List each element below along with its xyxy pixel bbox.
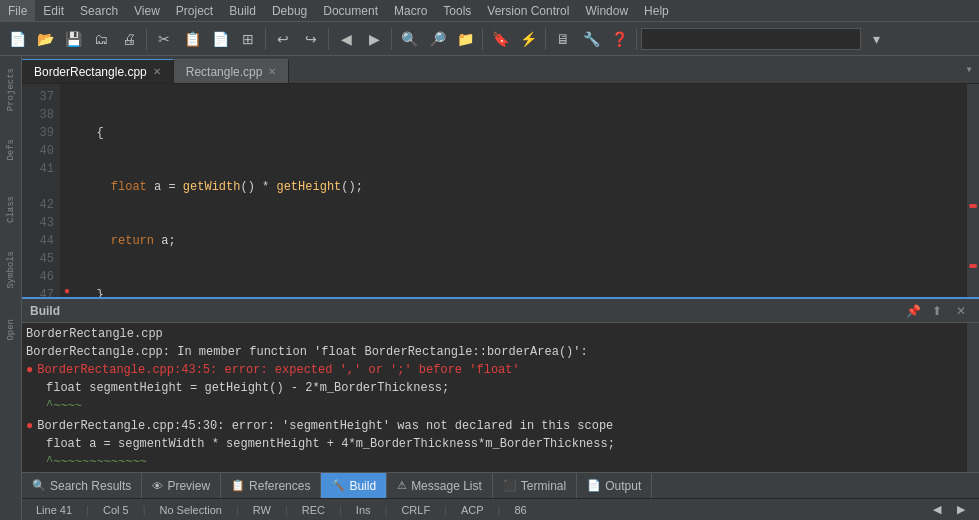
build-actions: 📌 ⬆ ✕ xyxy=(903,301,971,321)
monitor-button[interactable]: 🖥 xyxy=(550,26,576,52)
bottom-tab-references[interactable]: 📋 References xyxy=(221,473,321,499)
error-icon-2: ● xyxy=(26,417,33,435)
error-scroll-marker-2 xyxy=(969,264,977,268)
menu-project[interactable]: Project xyxy=(168,0,221,21)
sidebar-item-defs[interactable]: Defs xyxy=(0,120,22,180)
open-button[interactable]: 📂 xyxy=(32,26,58,52)
sidebar-item-projects[interactable]: Projects xyxy=(0,60,22,120)
build-icon: 🔨 xyxy=(331,479,345,492)
bottom-tab-search-results[interactable]: 🔍 Search Results xyxy=(22,473,142,499)
references-icon: 📋 xyxy=(231,479,245,492)
symbols-label: Symbols xyxy=(6,251,16,289)
menu-version-control[interactable]: Version Control xyxy=(479,0,577,21)
bookmarks-button[interactable]: 🔖 xyxy=(487,26,513,52)
save-button[interactable]: 💾 xyxy=(60,26,86,52)
tab-rectangle-label: Rectangle.cpp xyxy=(186,65,263,79)
build-error-line-2: ● BorderRectangle.cpp:45:30: error: 'seg… xyxy=(26,417,963,435)
menu-view[interactable]: View xyxy=(126,0,168,21)
back-button[interactable]: ◀ xyxy=(333,26,359,52)
tab-border-rectangle[interactable]: BorderRectangle.cpp ✕ xyxy=(22,59,174,83)
toolbar-separator-1 xyxy=(146,28,147,50)
build-panel: Build 📌 ⬆ ✕ BorderRectangle.cpp BorderRe… xyxy=(22,297,979,472)
bottom-tab-build[interactable]: 🔨 Build xyxy=(321,473,387,499)
toolbar-separator-6 xyxy=(545,28,546,50)
build-line-2: BorderRectangle.cpp: In member function … xyxy=(26,343,963,361)
tab-bar: BorderRectangle.cpp ✕ Rectangle.cpp ✕ ▾ xyxy=(22,56,979,84)
terminal-icon: ⬛ xyxy=(503,479,517,492)
undo-button[interactable]: ↩ xyxy=(270,26,296,52)
menu-help[interactable]: Help xyxy=(636,0,677,21)
clone-button[interactable]: ⊞ xyxy=(235,26,261,52)
bottom-tab-preview[interactable]: 👁 Preview xyxy=(142,473,221,499)
menu-tools[interactable]: Tools xyxy=(435,0,479,21)
build-scrollbar[interactable] xyxy=(967,323,979,472)
build-caret-2: ^~~~~~~~~~~~~~ xyxy=(26,453,963,471)
code-editor[interactable]: 37 38 39 40 41 42 43 44 45 46 47 48 49 5… xyxy=(22,84,979,297)
new-file-button[interactable]: 📄 xyxy=(4,26,30,52)
menu-bar: File Edit Search View Project Build Debu… xyxy=(0,0,979,22)
redo-button[interactable]: ↪ xyxy=(298,26,324,52)
toolbar-separator-7 xyxy=(636,28,637,50)
bottom-tab-terminal[interactable]: ⬛ Terminal xyxy=(493,473,577,499)
status-selection: No Selection xyxy=(154,499,228,520)
status-col: Col 5 xyxy=(97,499,135,520)
status-action-1[interactable]: ◀ xyxy=(927,503,947,516)
editor-area: BorderRectangle.cpp ✕ Rectangle.cpp ✕ ▾ … xyxy=(22,56,979,520)
menu-window[interactable]: Window xyxy=(577,0,636,21)
tab-rectangle-close[interactable]: ✕ xyxy=(268,66,276,77)
build-float-button[interactable]: ⬆ xyxy=(927,301,947,321)
toolbar-separator-3 xyxy=(328,28,329,50)
menu-search[interactable]: Search xyxy=(72,0,126,21)
build-error-text-2: BorderRectangle.cpp:45:30: error: 'segme… xyxy=(37,417,613,435)
status-encoding: ACP xyxy=(455,499,490,520)
search-results-icon: 🔍 xyxy=(32,479,46,492)
forward-button[interactable]: ▶ xyxy=(361,26,387,52)
tab-border-rectangle-close[interactable]: ✕ xyxy=(153,66,161,77)
build-panel-title: Build xyxy=(30,304,903,318)
find-replace-button[interactable]: 🔎 xyxy=(424,26,450,52)
menu-file[interactable]: File xyxy=(0,0,35,21)
cut-button[interactable]: ✂ xyxy=(151,26,177,52)
paste-button[interactable]: 📄 xyxy=(207,26,233,52)
menu-document[interactable]: Document xyxy=(315,0,386,21)
tab-border-rectangle-label: BorderRectangle.cpp xyxy=(34,65,147,79)
bottom-tab-message-list[interactable]: ⚠ Message List xyxy=(387,473,493,499)
help-button[interactable]: ❓ xyxy=(606,26,632,52)
search-results-label: Search Results xyxy=(50,479,131,493)
save-all-button[interactable]: 🗂 xyxy=(88,26,114,52)
status-line: Line 41 xyxy=(30,499,78,520)
sidebar-item-open[interactable]: Open xyxy=(0,300,22,360)
menu-debug[interactable]: Debug xyxy=(264,0,315,21)
references-label: References xyxy=(249,479,310,493)
preview-icon: 👁 xyxy=(152,480,163,492)
build-line-1: BorderRectangle.cpp xyxy=(26,325,963,343)
build-error-line-1: ● BorderRectangle.cpp:43:5: error: expec… xyxy=(26,361,963,379)
settings-button[interactable]: 🔧 xyxy=(578,26,604,52)
bottom-tab-output[interactable]: 📄 Output xyxy=(577,473,652,499)
error-scroll-marker-1 xyxy=(969,204,977,208)
copy-button[interactable]: 📋 xyxy=(179,26,205,52)
print-button[interactable]: 🖨 xyxy=(116,26,142,52)
terminal-label: Terminal xyxy=(521,479,566,493)
build-error-text-1: BorderRectangle.cpp:43:5: error: expecte… xyxy=(37,361,519,379)
function-search-dropdown[interactable]: ▾ xyxy=(863,26,889,52)
toolbar-separator-2 xyxy=(265,28,266,50)
status-action-2[interactable]: ▶ xyxy=(951,503,971,516)
build-pin-button[interactable]: 📌 xyxy=(903,301,923,321)
build-close-button[interactable]: ✕ xyxy=(951,301,971,321)
function-search-input[interactable]: BorderRectangle::borderArea() xyxy=(641,28,861,50)
menu-edit[interactable]: Edit xyxy=(35,0,72,21)
menu-build[interactable]: Build xyxy=(221,0,264,21)
vertical-scrollbar[interactable] xyxy=(967,84,979,297)
sidebar-item-symbols[interactable]: Symbols xyxy=(0,240,22,300)
macros-button[interactable]: ⚡ xyxy=(515,26,541,52)
tab-rectangle[interactable]: Rectangle.cpp ✕ xyxy=(174,59,290,83)
tab-more-button[interactable]: ▾ xyxy=(959,56,979,83)
search-button[interactable]: 🔍 xyxy=(396,26,422,52)
status-zoom: 86 xyxy=(508,499,532,520)
sidebar-item-class[interactable]: Class xyxy=(0,180,22,240)
toolbar-separator-4 xyxy=(391,28,392,50)
find-files-button[interactable]: 📁 xyxy=(452,26,478,52)
status-line-ending: CRLF xyxy=(395,499,436,520)
menu-macro[interactable]: Macro xyxy=(386,0,435,21)
